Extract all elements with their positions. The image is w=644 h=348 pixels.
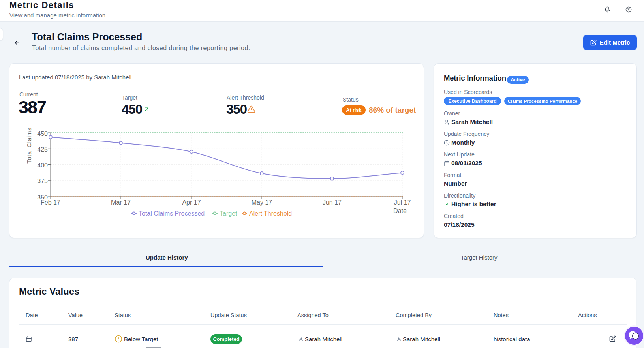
- svg-text:450: 450: [37, 130, 48, 137]
- svg-text:Apr 17: Apr 17: [182, 199, 201, 206]
- svg-text:Total Claims Processed: Total Claims Processed: [139, 210, 205, 217]
- svg-text:May 17: May 17: [252, 199, 272, 206]
- svg-text:Date: Date: [393, 207, 407, 214]
- svg-text:Mar 17: Mar 17: [111, 199, 131, 206]
- svg-text:425: 425: [37, 146, 48, 153]
- svg-text:Alert Threshold: Alert Threshold: [249, 210, 292, 217]
- svg-text:375: 375: [37, 178, 48, 184]
- svg-text:Jun 17: Jun 17: [323, 199, 342, 206]
- svg-text:Jul 17: Jul 17: [394, 199, 411, 206]
- svg-text:400: 400: [37, 162, 48, 169]
- svg-text:Target: Target: [220, 210, 237, 217]
- svg-text:Feb 17: Feb 17: [41, 199, 60, 206]
